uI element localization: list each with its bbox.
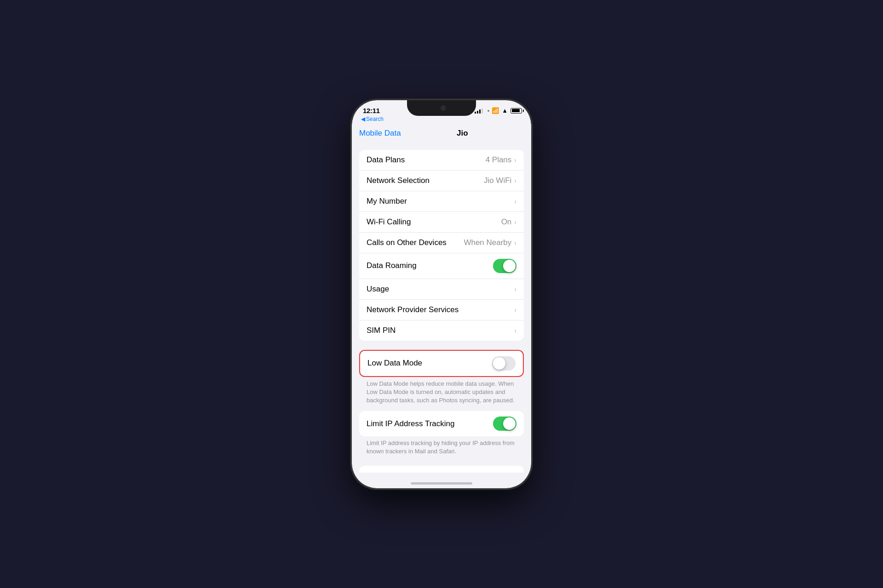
- remove-data-plan-section: Remove Data Plan: [359, 466, 524, 472]
- list-item[interactable]: Calls on Other Devices When Nearby ›: [359, 233, 524, 253]
- chevron-right-icon: ›: [514, 218, 516, 226]
- limit-ip-label: Limit IP Address Tracking: [367, 419, 493, 428]
- phone-device: 12:11 ﹢📶 ▲ ◀ Search Mobile D: [352, 100, 531, 488]
- limit-ip-description: Limit IP address tracking by hiding your…: [359, 436, 524, 462]
- chevron-right-icon: ›: [514, 239, 516, 246]
- low-data-mode-description: Low Data Mode helps reduce mobile data u…: [359, 377, 524, 411]
- chevron-right-icon: ›: [514, 285, 516, 293]
- status-right: ﹢📶 ▲: [475, 107, 522, 115]
- content-area: Data Plans 4 Plans › Network Selection J…: [352, 143, 531, 473]
- notch: [407, 100, 476, 116]
- list-item[interactable]: My Number ›: [359, 191, 524, 212]
- low-data-mode-label: Low Data Mode: [367, 359, 492, 368]
- chevron-right-icon: ›: [514, 156, 516, 164]
- low-data-mode-toggle[interactable]: [492, 356, 516, 371]
- wifi-symbol: ▲: [502, 107, 508, 114]
- signal-icon: [475, 108, 483, 114]
- chevron-right-icon: ›: [514, 198, 516, 205]
- list-item: Data Roaming: [359, 253, 524, 279]
- low-data-mode-row: Low Data Mode: [360, 351, 523, 376]
- chevron-right-icon: ›: [514, 177, 516, 184]
- low-data-mode-section: Low Data Mode: [359, 350, 524, 377]
- home-indicator[interactable]: [411, 482, 472, 485]
- phone-screen: 12:11 ﹢📶 ▲ ◀ Search Mobile D: [352, 100, 531, 488]
- list-item[interactable]: Data Plans 4 Plans ›: [359, 150, 524, 171]
- limit-ip-section: Limit IP Address Tracking: [359, 411, 524, 436]
- wifi-icon: ﹢📶: [486, 107, 499, 115]
- list-item[interactable]: Network Provider Services ›: [359, 300, 524, 320]
- list-item[interactable]: Wi-Fi Calling On ›: [359, 212, 524, 233]
- remove-data-plan-label[interactable]: Remove Data Plan: [409, 471, 475, 472]
- page-title: Jio: [401, 129, 524, 138]
- list-item[interactable]: Usage ›: [359, 279, 524, 300]
- limit-ip-row: Limit IP Address Tracking: [359, 411, 524, 436]
- data-roaming-toggle[interactable]: [493, 259, 516, 273]
- back-button[interactable]: Mobile Data: [359, 129, 401, 138]
- status-time: 12:11: [363, 107, 380, 114]
- navigation-bar: Mobile Data Jio: [352, 123, 531, 143]
- main-settings-group: Data Plans 4 Plans › Network Selection J…: [359, 150, 524, 341]
- battery-icon: [510, 108, 522, 114]
- front-camera: [441, 105, 446, 111]
- chevron-right-icon: ›: [514, 327, 516, 334]
- list-item[interactable]: SIM PIN ›: [359, 320, 524, 341]
- chevron-right-icon: ›: [514, 306, 516, 314]
- list-item[interactable]: Network Selection Jio WiFi ›: [359, 171, 524, 191]
- remove-data-plan-row[interactable]: Remove Data Plan: [359, 466, 524, 472]
- limit-ip-toggle[interactable]: [493, 417, 516, 431]
